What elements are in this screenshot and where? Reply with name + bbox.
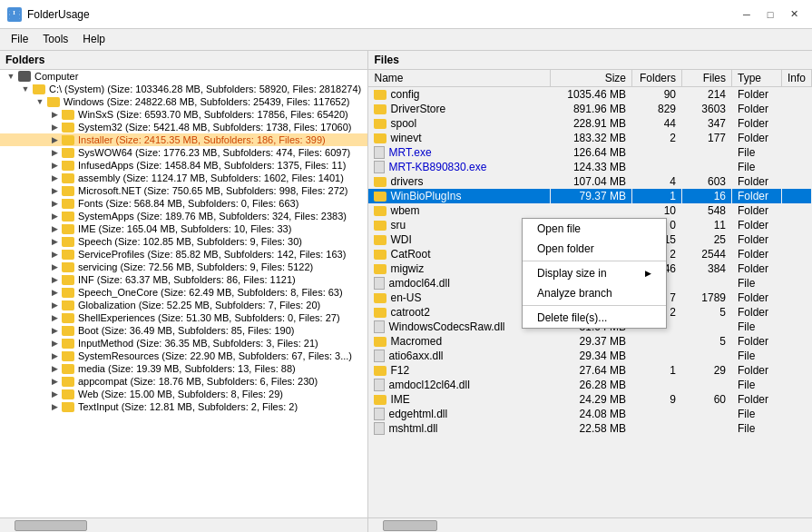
- tree-item[interactable]: ▶ServiceProfiles (Size: 85.82 MB, Subfol…: [0, 248, 367, 261]
- files-scrollbar-h[interactable]: [368, 517, 812, 532]
- tree-item[interactable]: ▶assembly (Size: 1124.17 MB, Subfolders:…: [0, 172, 367, 184]
- expand-btn[interactable]: ▶: [49, 122, 60, 133]
- table-row[interactable]: F1227.64 MB129Folder: [368, 363, 811, 378]
- expand-btn[interactable]: ▶: [49, 236, 60, 247]
- tree-item[interactable]: ▶Microsoft.NET (Size: 750.65 MB, Subfold…: [0, 184, 367, 197]
- folder-tree[interactable]: ▼Computer▼C:\ (System) (Size: 103346.28 …: [0, 70, 367, 517]
- expand-btn[interactable]: ▶: [49, 300, 60, 310]
- tree-item[interactable]: ▶TextInput (Size: 12.81 MB, Subfolders: …: [0, 400, 367, 413]
- tree-item[interactable]: ▶appcompat (Size: 18.76 MB, Subfolders: …: [0, 375, 367, 388]
- table-row[interactable]: spool228.91 MB44347Folder: [368, 116, 811, 131]
- file-folders-cell: 44: [631, 116, 681, 131]
- expand-btn[interactable]: ▶: [49, 198, 60, 209]
- expand-btn[interactable]: ▶: [49, 109, 60, 120]
- menu-tools[interactable]: Tools: [35, 31, 75, 48]
- expand-btn[interactable]: ▶: [49, 160, 60, 171]
- context-menu-item[interactable]: Analyze branch: [523, 283, 666, 303]
- menu-help[interactable]: Help: [75, 31, 113, 48]
- tree-item[interactable]: ▶Boot (Size: 36.49 MB, Subfolders: 85, F…: [0, 324, 367, 337]
- expand-btn[interactable]: ▶: [49, 261, 60, 272]
- maximize-button[interactable]: □: [759, 5, 781, 24]
- expand-btn[interactable]: ▶: [49, 185, 60, 196]
- table-row[interactable]: winevt183.32 MB2177Folder: [368, 131, 811, 145]
- expand-btn[interactable]: ▶: [49, 376, 60, 387]
- expand-btn[interactable]: ▼: [34, 96, 45, 107]
- tree-item[interactable]: ▶Speech_OneCore (Size: 62.49 MB, Subfold…: [0, 286, 367, 299]
- tree-item[interactable]: ▶INF (Size: 63.37 MB, Subfolders: 86, Fi…: [0, 273, 367, 286]
- tree-item[interactable]: ▼Windows (Size: 24822.68 MB, Subfolders:…: [0, 95, 367, 108]
- files-scrollbar-thumb[interactable]: [383, 520, 437, 531]
- files-column-header[interactable]: Folders: [631, 70, 681, 87]
- files-column-header[interactable]: Info: [781, 70, 811, 87]
- tree-item[interactable]: ▶WinSxS (Size: 6593.70 MB, Subfolders: 1…: [0, 108, 367, 121]
- table-row[interactable]: MRT.exe126.64 MBFile: [368, 145, 811, 160]
- table-row[interactable]: amdocl12cl64.dll26.28 MBFile: [368, 378, 811, 392]
- expand-btn[interactable]: ▶: [49, 274, 60, 285]
- close-button[interactable]: ✕: [783, 5, 805, 24]
- table-row[interactable]: MRT-KB890830.exe124.33 MBFile: [368, 160, 811, 174]
- tree-item[interactable]: ▶Installer (Size: 2415.35 MB, Subfolders…: [0, 133, 367, 146]
- table-row[interactable]: IME24.29 MB960Folder: [368, 392, 811, 407]
- tree-item[interactable]: ▶Globalization (Size: 52.25 MB, Subfolde…: [0, 299, 367, 311]
- context-menu-item[interactable]: Delete file(s)...: [523, 308, 666, 328]
- expand-btn[interactable]: ▶: [49, 134, 60, 145]
- context-menu-item[interactable]: Display size in▶: [523, 263, 666, 283]
- table-row[interactable]: DriverStore891.96 MB8293603Folder: [368, 102, 811, 116]
- folder-icon: [47, 97, 60, 107]
- minimize-button[interactable]: ─: [736, 5, 758, 24]
- expand-btn[interactable]: ▶: [49, 338, 60, 349]
- table-row[interactable]: atio6axx.dll29.34 MBFile: [368, 349, 811, 363]
- expand-btn[interactable]: ▼: [5, 71, 16, 82]
- folders-panel-header: Folders: [0, 51, 367, 70]
- tree-item[interactable]: ▼C:\ (System) (Size: 103346.28 MB, Subfo…: [0, 83, 367, 95]
- tree-item[interactable]: ▶SysWOW64 (Size: 1776.23 MB, Subfolders:…: [0, 146, 367, 159]
- files-column-header[interactable]: Name: [368, 70, 550, 87]
- file-folder-icon: [374, 395, 386, 405]
- tree-item[interactable]: ▶Speech (Size: 102.85 MB, Subfolders: 9,…: [0, 235, 367, 248]
- expand-btn[interactable]: ▶: [49, 389, 60, 399]
- expand-btn[interactable]: ▶: [49, 325, 60, 336]
- file-info-cell: [781, 392, 811, 407]
- expand-btn[interactable]: ▶: [49, 172, 60, 183]
- tree-item[interactable]: ▶ShellExperiences (Size: 51.30 MB, Subfo…: [0, 311, 367, 324]
- context-menu-item[interactable]: Open folder: [523, 239, 666, 259]
- file-file-icon: [374, 320, 385, 333]
- tree-item[interactable]: ▶InputMethod (Size: 36.35 MB, Subfolders…: [0, 337, 367, 350]
- files-column-header[interactable]: Files: [681, 70, 731, 87]
- expand-btn[interactable]: ▶: [49, 350, 60, 361]
- expand-btn[interactable]: ▼: [20, 84, 31, 94]
- tree-item[interactable]: ▶InfusedApps (Size: 1458.84 MB, Subfolde…: [0, 159, 367, 172]
- files-column-header[interactable]: Size: [550, 70, 631, 87]
- table-row[interactable]: mshtml.dll22.58 MBFile: [368, 421, 811, 436]
- tree-item[interactable]: ▶media (Size: 19.39 MB, Subfolders: 13, …: [0, 362, 367, 375]
- expand-btn[interactable]: ▶: [49, 223, 60, 234]
- context-menu-item[interactable]: Open file: [523, 219, 666, 239]
- tree-item[interactable]: ▶Fonts (Size: 568.84 MB, Subfolders: 0, …: [0, 197, 367, 210]
- tree-scrollbar-h[interactable]: [0, 517, 367, 532]
- menu-file[interactable]: File: [4, 31, 35, 48]
- table-row[interactable]: WinBioPlugIns79.37 MB116Folder: [368, 189, 811, 203]
- expand-btn[interactable]: ▶: [49, 312, 60, 323]
- tree-item[interactable]: ▶IME (Size: 165.04 MB, Subfolders: 10, F…: [0, 222, 367, 235]
- table-row[interactable]: drivers107.04 MB4603Folder: [368, 174, 811, 189]
- expand-btn[interactable]: ▶: [49, 287, 60, 298]
- table-row[interactable]: config1035.46 MB90214Folder: [368, 87, 811, 103]
- file-folders-cell: 90: [631, 87, 681, 103]
- expand-btn[interactable]: ▶: [49, 147, 60, 158]
- tree-item[interactable]: ▼Computer: [0, 70, 367, 83]
- tree-item[interactable]: ▶servicing (Size: 72.56 MB, Subfolders: …: [0, 261, 367, 273]
- expand-btn[interactable]: ▶: [49, 249, 60, 260]
- tree-item[interactable]: ▶SystemResources (Size: 22.90 MB, Subfol…: [0, 350, 367, 362]
- expand-btn[interactable]: ▶: [49, 211, 60, 222]
- expand-btn[interactable]: ▶: [49, 401, 60, 412]
- files-column-header[interactable]: Type: [731, 70, 781, 87]
- tree-item[interactable]: ▶System32 (Size: 5421.48 MB, Subfolders:…: [0, 121, 367, 133]
- table-row[interactable]: wbem10548Folder: [368, 203, 811, 218]
- table-row[interactable]: Macromed29.37 MB5Folder: [368, 334, 811, 349]
- folder-icon: [62, 148, 74, 158]
- tree-scrollbar-thumb[interactable]: [15, 520, 87, 531]
- tree-item[interactable]: ▶SystemApps (Size: 189.76 MB, Subfolders…: [0, 210, 367, 222]
- expand-btn[interactable]: ▶: [49, 363, 60, 374]
- table-row[interactable]: edgehtml.dll24.08 MBFile: [368, 407, 811, 421]
- tree-item[interactable]: ▶Web (Size: 15.00 MB, Subfolders: 8, Fil…: [0, 388, 367, 400]
